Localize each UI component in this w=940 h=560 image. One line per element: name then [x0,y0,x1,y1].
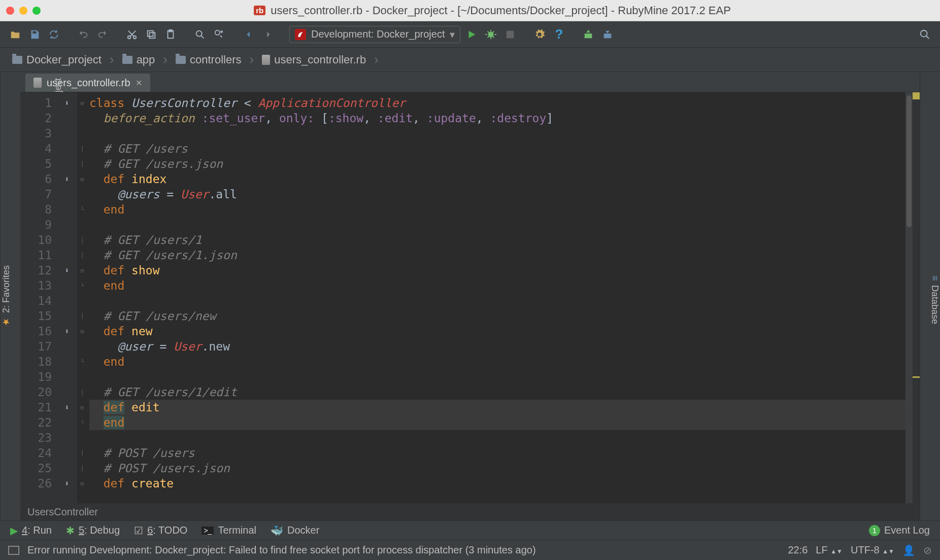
docker-tool-tab[interactable]: 🐳Docker [271,524,319,537]
fold-minus-icon[interactable]: ⊟ [81,100,84,107]
fold-minus-icon[interactable]: ⊟ [81,404,84,411]
undo-icon[interactable] [75,26,91,43]
inspection-indicator-icon[interactable] [913,92,920,99]
fold-end-icon[interactable]: └ [81,283,84,289]
svg-point-8 [215,30,220,34]
fold-guide-icon: │ [81,450,84,457]
run-configuration-selector[interactable]: Development: Docker_project ▾ [289,26,460,43]
save-all-icon[interactable] [26,26,43,43]
breadcrumb-item[interactable]: app [117,51,160,68]
todo-icon: ☑ [134,524,143,537]
forward-icon[interactable] [260,26,276,43]
ruby-file-icon: rb [254,6,265,15]
svg-rect-11 [585,33,592,38]
breadcrumb-item[interactable]: controllers [171,51,246,68]
overrides-icon[interactable]: ⬇ [65,327,69,335]
run-tool-tab[interactable]: ▶4: Run [10,524,52,537]
left-tool-stripe: ★2: Favorites 7: Structure 1: Project [0,72,20,520]
svg-rect-0 [32,31,36,33]
todo-tool-tab[interactable]: ☑6: TODO [134,524,187,537]
chevron-right-icon: › [160,52,171,67]
back-icon[interactable] [241,26,257,43]
debug-tool-tab[interactable]: ✱5: Debug [66,524,120,537]
fold-end-icon[interactable]: └ [81,419,84,426]
sync-icon[interactable] [46,26,62,43]
download-icon[interactable] [599,26,616,43]
fold-minus-icon[interactable]: ⊟ [81,176,84,183]
svg-rect-4 [148,30,153,36]
terminal-icon: >_ [202,527,214,535]
minimize-window-icon[interactable] [19,7,27,15]
deploy-icon[interactable] [580,26,596,43]
fold-guide-icon: │ [81,161,84,167]
coverage-icon[interactable] [502,26,518,43]
code-content[interactable]: class UsersController < ApplicationContr… [87,92,905,503]
close-window-icon[interactable] [6,7,14,15]
fold-end-icon[interactable]: └ [81,206,84,213]
breadcrumb-item[interactable]: users_controller.rb [257,51,371,68]
run-config-label: Development: Docker_project [311,28,445,40]
breakpoint-gutter[interactable]: ⬇⬇⬇⬇⬇⬇ [57,92,77,503]
run-icon[interactable] [463,26,480,43]
fold-gutter[interactable]: ⊟││⊟└││⊟└│⊟└│⊟└││⊟ [77,92,87,503]
breadcrumb-item[interactable]: Docker_project [7,51,107,68]
overrides-icon[interactable]: ⬇ [65,175,69,183]
folder-icon [176,56,186,64]
open-file-icon[interactable] [7,26,23,43]
help-icon[interactable]: ? [551,26,567,43]
tool-windows-toggle-icon[interactable] [8,546,19,555]
svg-rect-6 [169,29,172,31]
overrides-icon[interactable]: ⬇ [65,99,69,107]
favorites-tool-tab[interactable]: ★2: Favorites [1,265,12,327]
overrides-icon[interactable]: ⬇ [65,403,69,411]
cut-icon[interactable] [124,26,140,43]
chevron-right-icon: › [371,52,382,67]
fold-guide-icon: │ [81,313,84,320]
notifications-icon[interactable]: ⊘ [923,544,932,556]
paste-icon[interactable] [162,26,179,43]
folder-icon [12,56,22,64]
fold-guide-icon: │ [81,252,84,259]
right-tool-stripe: ≡ Database [920,72,940,520]
close-tab-icon[interactable]: ✕ [136,78,142,88]
navigation-breadcrumbs: Docker_project › app › controllers › use… [0,48,940,72]
overrides-icon[interactable]: ⬇ [65,479,69,487]
hector-icon[interactable]: 👤 [902,544,915,556]
editor-tab[interactable]: users_controller.rb ✕ [25,74,150,92]
svg-rect-12 [604,33,612,38]
fold-end-icon[interactable]: └ [81,359,84,365]
find-icon[interactable] [192,26,208,43]
editor-breadcrumb[interactable]: UsersController [20,503,920,520]
debug-icon[interactable] [483,26,499,43]
fold-minus-icon[interactable]: ⊟ [81,328,84,335]
settings-icon[interactable] [531,26,548,43]
error-stripe[interactable] [913,92,920,503]
status-bar: Error running Development: Docker_projec… [0,540,940,560]
zoom-window-icon[interactable] [32,7,41,15]
search-everywhere-icon[interactable] [917,26,933,43]
editor-tabs: users_controller.rb ✕ [20,72,920,92]
vertical-scrollbar[interactable] [905,92,913,503]
warning-marker[interactable] [913,376,920,378]
bottom-tool-stripe: ▶4: Run ✱5: Debug ☑6: TODO >_Terminal 🐳D… [0,520,940,540]
overrides-icon[interactable]: ⬇ [65,266,69,274]
event-log-tab[interactable]: 1Event Log [869,524,930,536]
window-titlebar: rb users_controller.rb - Docker_project … [0,0,940,21]
fold-minus-icon[interactable]: ⊟ [81,480,84,487]
scrollbar-thumb[interactable] [907,95,912,227]
line-separator[interactable]: LF ▲▼ [816,544,843,556]
svg-point-13 [921,30,927,37]
notification-badge-icon: 1 [869,525,880,536]
code-editor[interactable]: 1234567891011121314151617181920212223242… [20,92,920,503]
copy-icon[interactable] [143,26,159,43]
cursor-position[interactable]: 22:6 [788,544,808,556]
fold-guide-icon: │ [81,146,84,152]
fold-guide-icon: │ [81,465,84,472]
fold-minus-icon[interactable]: ⊟ [81,267,84,274]
window-title: rb users_controller.rb - Docker_project … [51,4,934,17]
terminal-tool-tab[interactable]: >_Terminal [202,524,256,536]
replace-icon[interactable] [211,26,227,43]
file-encoding[interactable]: UTF-8 ▲▼ [851,544,894,556]
database-tool-tab[interactable]: ≡ Database [929,275,940,324]
redo-icon[interactable] [94,26,111,43]
